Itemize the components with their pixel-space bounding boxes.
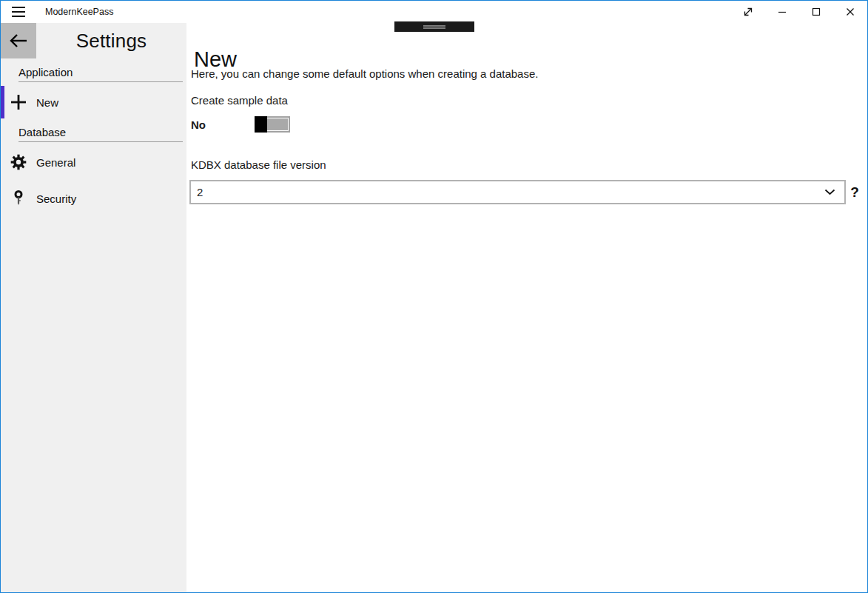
page-description: Here, you can change some default option… (191, 67, 538, 80)
maximize-button[interactable] (799, 1, 833, 23)
close-icon (846, 7, 855, 16)
back-button[interactable] (1, 23, 36, 58)
maximize-icon (812, 7, 821, 16)
selected-accent-bar (1, 86, 4, 118)
toggle-knob[interactable] (255, 116, 267, 133)
app-window: ModernKeePass (0, 0, 868, 593)
sidebar-item-general[interactable]: General (1, 146, 186, 178)
sidebar-item-label: New (36, 96, 58, 109)
minimize-button[interactable] (765, 1, 799, 23)
section-header-application: Application (18, 66, 183, 82)
fullscreen-diagonal-arrow-icon (743, 7, 753, 17)
hamburger-menu-button[interactable] (1, 1, 36, 23)
sidebar-title: Settings (36, 23, 186, 58)
sidebar-item-label: General (36, 156, 75, 169)
gear-icon (1, 154, 36, 170)
accent-bar (1, 182, 4, 215)
settings-sidebar: Settings Application New Database (1, 23, 186, 592)
settings-page-new: New Here, you can change some default op… (186, 23, 867, 592)
kdbx-version-label: KDBX database file version (191, 158, 326, 171)
plus-icon (1, 95, 36, 110)
section-header-database: Database (18, 126, 183, 142)
back-arrow-icon (9, 33, 28, 49)
app-title: ModernKeePass (36, 1, 113, 23)
help-button[interactable]: ? (846, 184, 864, 201)
create-sample-data-toggle[interactable] (255, 116, 290, 133)
hamburger-icon (12, 7, 25, 17)
titlebar-spacer (113, 1, 731, 23)
sidebar-item-security[interactable]: Security (1, 182, 186, 215)
combobox-selected-value: 2 (197, 186, 824, 198)
kdbx-version-row: 2 ? (189, 180, 864, 204)
drag-handle[interactable] (394, 21, 474, 32)
create-sample-data-row: No (191, 115, 206, 133)
accent-bar (1, 146, 4, 178)
titlebar: ModernKeePass (1, 1, 867, 23)
create-sample-data-label: Create sample data (191, 94, 288, 107)
sidebar-item-new[interactable]: New (1, 86, 186, 118)
fullscreen-button[interactable] (731, 1, 765, 23)
minimize-icon (778, 7, 787, 16)
key-icon (1, 190, 36, 207)
kdbx-version-combobox[interactable]: 2 (189, 180, 846, 204)
toggle-state-label: No (191, 118, 206, 131)
sidebar-item-label: Security (36, 192, 76, 205)
close-button[interactable] (833, 1, 867, 23)
chevron-down-icon (824, 189, 835, 195)
